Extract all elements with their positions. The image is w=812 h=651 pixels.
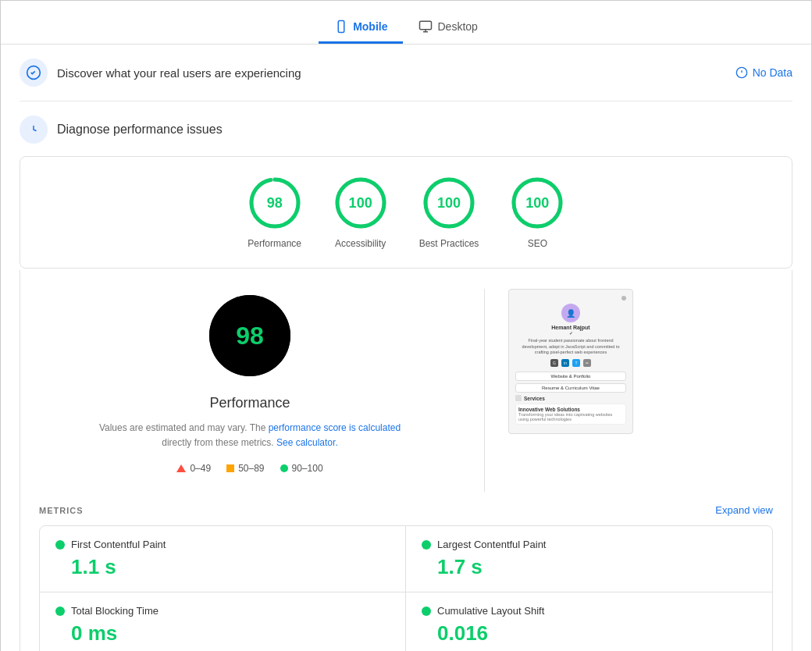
performance-score: 98 [267,195,283,212]
metric-cls-dot [422,607,431,616]
best-practices-circle: 100 [422,176,476,230]
score-cards: 98 Performance 100 Accessibility [20,156,792,269]
metric-fcp-header: First Contentful Paint [55,539,390,550]
metric-lcp-value: 1.7 s [437,555,757,579]
discover-icon [20,59,48,87]
linkedin-icon: in [561,359,569,367]
score-card-best-practices[interactable]: 100 Best Practices [419,176,479,249]
metric-cls-value: 0.016 [437,621,757,646]
discover-left: Discover what your real users are experi… [20,59,301,87]
discover-section: Discover what your real users are experi… [20,44,792,101]
metrics-header: METRICS Expand view [39,504,773,516]
diagnose-section: Diagnose performance issues 98 Performan… [20,101,792,651]
best-practices-score: 100 [437,195,461,212]
expand-view-link[interactable]: Expand view [715,504,773,516]
thumb-topbar [515,296,626,301]
calculator-link[interactable]: See calculator. [276,437,338,448]
metric-lcp-name: Largest Contentful Paint [437,539,546,550]
thumb-btn-portfolio[interactable]: Website & Portfolio [515,372,626,381]
metric-lcp-dot [422,540,431,550]
metric-fcp: First Contentful Paint 1.1 s [40,526,406,592]
thumb-btn-resume[interactable]: Resume & Curriculum Vitae [515,383,626,393]
seo-score: 100 [525,195,549,212]
services-icon [515,395,522,401]
metric-tbt-value: 0 ms [71,621,390,646]
tab-desktop[interactable]: Desktop [403,12,493,44]
perf-title: Performance [209,395,290,411]
score-card-seo[interactable]: 100 SEO [510,176,564,249]
accessibility-score: 100 [349,195,372,212]
metric-lcp-header: Largest Contentful Paint [422,539,757,550]
metric-tbt-name: Total Blocking Time [71,605,158,617]
score-card-accessibility[interactable]: 100 Accessibility [333,176,388,249]
vertical-divider [484,289,485,492]
svg-rect-2 [420,21,432,30]
thumb-subtitle: ✔ [515,330,626,336]
metric-tbt-header: Total Blocking Time [55,605,390,617]
pen-icon: ✏ [583,359,591,367]
service-desc: Transforming your ideas into captivating… [518,412,623,422]
best-practices-label: Best Practices [419,238,479,249]
performance-detail: 98 Performance Values are estimated and … [20,270,792,651]
metric-tbt-dot [55,607,65,616]
thumb-bio: Final-year student passionate about fron… [515,338,626,356]
main-content: Discover what your real users are experi… [1,44,811,651]
metrics-label: METRICS [39,506,84,515]
metric-cls-name: Cumulative Layout Shift [437,605,544,617]
metric-tbt: Total Blocking Time 0 ms [40,592,406,651]
thumb-service-card: Innovative Web Solutions Transforming yo… [515,404,626,425]
tabs-bar: Mobile Desktop [1,1,811,44]
perf-description: Values are estimated and may vary. The p… [99,421,401,450]
metrics-section: METRICS Expand view First Contentful Pai… [39,504,773,651]
metric-cls: Cumulative Layout Shift 0.016 [406,592,772,651]
big-performance-circle: 98 [203,289,297,382]
big-performance-value: 98 [236,322,264,350]
circle-icon [280,464,288,472]
performance-label: Performance [248,238,301,249]
metric-fcp-dot [55,540,65,550]
square-icon [226,464,234,472]
github-icon: G [550,359,558,367]
metric-lcp: Largest Contentful Paint 1.7 s [406,526,772,592]
diagnose-title: Diagnose performance issues [57,123,223,137]
preview-thumbnail: 👤 Hemant Rajput ✔ Final-year student pas… [508,289,633,434]
svg-rect-0 [338,21,344,33]
perf-main-row: 98 Performance Values are estimated and … [39,289,773,492]
score-card-performance[interactable]: 98 Performance [248,176,302,249]
perf-left: 98 Performance Values are estimated and … [39,289,461,474]
thumb-section-title: Services [515,395,626,401]
tab-mobile[interactable]: Mobile [319,12,403,44]
discover-text: Discover what your real users are experi… [57,66,301,80]
metric-cls-header: Cumulative Layout Shift [422,605,757,617]
performance-circle: 98 [248,176,302,230]
thumb-icons: G in T ✏ [515,359,626,367]
thumb-dot [621,296,626,301]
legend-average: 50–89 [226,463,264,474]
thumb-avatar: 👤 [561,304,580,322]
seo-label: SEO [528,238,547,249]
thumb-name: Hemant Rajput [515,325,626,330]
twitter-icon: T [572,359,580,367]
legend-fail: 0–49 [176,463,211,474]
perf-legend: 0–49 50–89 90–100 [176,463,322,474]
seo-circle: 100 [510,176,564,230]
metric-fcp-name: First Contentful Paint [71,539,166,550]
service-title: Innovative Web Solutions [518,407,623,412]
perf-score-link[interactable]: performance score is calculated [269,422,401,433]
diagnose-header: Diagnose performance issues [20,116,792,144]
metrics-grid: First Contentful Paint 1.1 s Largest Con… [39,525,773,651]
accessibility-label: Accessibility [335,238,386,249]
legend-good: 90–100 [280,463,323,474]
triangle-icon [176,464,186,472]
no-data-link[interactable]: No Data [735,66,792,79]
diagnose-icon [20,116,48,144]
accessibility-circle: 100 [333,176,388,230]
metric-fcp-value: 1.1 s [71,555,390,579]
